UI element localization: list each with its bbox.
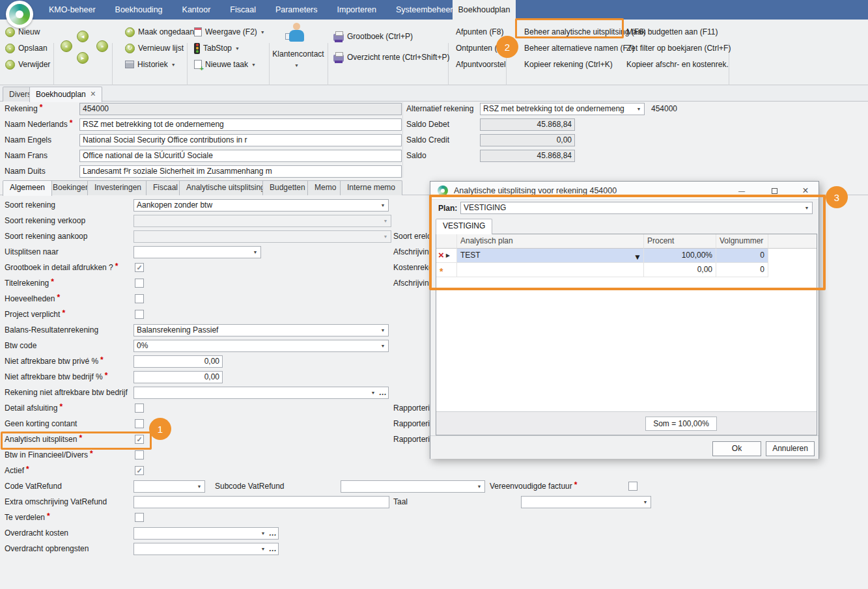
verwijder-button[interactable]: Verwijder <box>5 58 50 71</box>
ellipsis-button[interactable] <box>268 544 277 554</box>
traffic-light-icon <box>194 43 200 54</box>
hoeveelheden-checkbox[interactable] <box>135 294 144 303</box>
menu-item-importeren[interactable]: Importeren <box>328 0 386 20</box>
printer-icon <box>333 34 344 41</box>
row-indicator[interactable] <box>436 249 457 263</box>
btw-code-select[interactable]: 0% <box>133 340 389 352</box>
saldo-credit-field: 0,00 <box>480 134 575 146</box>
grid-col-procent[interactable]: Procent <box>644 234 716 249</box>
menu-item-fiscaal[interactable]: Fiscaal <box>220 0 266 20</box>
alternatief-rekening-select[interactable]: RSZ met betrekking tot de ondernemeng <box>480 103 645 115</box>
taal-select[interactable] <box>521 496 651 508</box>
actief-checkbox[interactable]: ✓ <box>135 466 144 475</box>
project-verplicht-checkbox[interactable] <box>135 310 144 319</box>
rekening-field[interactable]: 454000 <box>79 103 402 115</box>
naam-nederlands-field[interactable]: RSZ met betrekking tot de ondernemeng <box>79 118 402 131</box>
btw-financieel-checkbox[interactable] <box>135 450 144 459</box>
menu-item-kmo-beheer[interactable]: KMO-beheer <box>39 0 105 20</box>
dialog-title-bar[interactable]: Analytische uitsplitsing voor rekening 4… <box>430 182 819 200</box>
vereenvoudigde-factuur-checkbox[interactable] <box>628 482 637 491</box>
rekening-niet-aftrekbaar-select[interactable] <box>133 387 389 399</box>
btw-prive-field[interactable]: 0,00 <box>133 355 223 368</box>
afpuntvoorstel-button[interactable]: Afpuntvoorstel <box>456 58 506 71</box>
historiek-button[interactable]: Historiek <box>125 58 176 71</box>
annuleren-button[interactable]: Annuleren <box>766 441 815 456</box>
chevron-down-icon <box>634 251 641 263</box>
plan-select[interactable]: VESTIGING <box>460 202 813 214</box>
grid-col-volgnummer[interactable]: Volgnummer <box>716 234 768 249</box>
overdracht-kosten-select[interactable] <box>133 527 279 540</box>
kopieer-afschr-button[interactable]: Kopieer afschr- en kostenrek. <box>626 58 729 71</box>
btw-bedrijf-field[interactable]: 0,00 <box>133 371 223 383</box>
chevron-down-icon[interactable] <box>294 60 299 69</box>
cell-volgnummer[interactable]: 0 <box>716 249 768 263</box>
minimize-icon[interactable] <box>735 185 748 197</box>
naam-frans-field[interactable]: Office national de la SÚcuritÚ Sociale <box>79 150 402 162</box>
tab-memo[interactable]: Memo <box>307 180 343 195</box>
maak-ongedaan-button[interactable]: Maak ongedaan <box>125 25 194 38</box>
balans-resultatenrekening-select[interactable]: Balansrekening Passief <box>133 324 389 336</box>
naam-engels-field[interactable]: National Social Security Office contribu… <box>79 134 402 146</box>
tab-analytische-uitsplitsing[interactable]: Analytische uitsplitsing <box>179 180 272 195</box>
zet-filter-button[interactable]: Zet filter op boekjaren (Ctrl+F) <box>626 42 731 55</box>
grootboek-button[interactable]: Grootboek (Ctrl+P) <box>333 30 413 43</box>
cell-procent[interactable]: 0,00 <box>644 263 716 277</box>
cell-analytisch-plan[interactable] <box>457 263 644 277</box>
weergave-button[interactable]: Weergave (F2) <box>194 25 265 38</box>
menu-item-boekhoudplan-active[interactable]: Boekhoudplan <box>453 0 516 20</box>
grootboek-detail-checkbox[interactable]: ✓ <box>135 263 144 272</box>
maximize-icon[interactable] <box>768 185 781 197</box>
naam-duits-field[interactable]: Landesamt f³r soziale Sicherheit im Zusa… <box>79 165 402 178</box>
ok-button[interactable]: Ok <box>712 441 761 456</box>
detail-afsluiting-checkbox[interactable] <box>135 404 144 413</box>
menu-item-kantoor[interactable]: Kantoor <box>173 0 221 20</box>
cell-analytisch-plan[interactable]: TEST <box>457 249 644 263</box>
callout-1: 1 <box>149 418 171 440</box>
uitsplitsen-naar-select[interactable] <box>133 246 261 258</box>
nieuwe-taak-button[interactable]: Nieuwe taak <box>194 58 256 71</box>
grid-col-analytisch-plan[interactable]: Analytisch plan <box>457 234 644 249</box>
tab-budgetten[interactable]: Budgetten <box>262 180 313 195</box>
klantencontact-button[interactable] <box>287 23 306 46</box>
menu-item-boekhouding[interactable]: Boekhouding <box>105 0 173 20</box>
analytisch-uitsplitsen-checkbox[interactable]: ✓ <box>135 435 144 444</box>
maak-budgetten-button[interactable]: Maak budgetten aan (F11) <box>626 25 718 38</box>
beheer-alternatieve-namen-button[interactable]: Beheer alternatieve namen (F7) <box>524 42 634 55</box>
opslaan-button[interactable]: Opslaan <box>5 42 48 55</box>
subcode-vatrefund-select[interactable] <box>341 480 485 493</box>
save-icon <box>5 44 15 53</box>
vernieuw-lijst-button[interactable]: Vernieuw lijst <box>125 42 184 55</box>
ellipsis-button[interactable] <box>378 388 387 398</box>
next-record-button[interactable]: ► <box>77 52 89 64</box>
overzicht-rente-button[interactable]: Overzicht rente (Ctrl+Shift+P) <box>333 51 449 64</box>
menu-item-parameters[interactable]: Parameters <box>266 0 328 20</box>
analytisch-uitsplitsen-label: Analytisch uitsplitsen* <box>5 433 82 445</box>
previous-record-button[interactable]: ◄ <box>77 31 89 42</box>
code-vatrefund-select[interactable] <box>133 480 205 493</box>
close-icon[interactable] <box>799 185 812 197</box>
overdracht-opbrengsten-select[interactable] <box>133 543 279 555</box>
cell-volgnummer[interactable]: 0 <box>716 263 768 277</box>
afpunten-button[interactable]: Afpunten (F8) <box>456 25 503 38</box>
tab-vestiging[interactable]: VESTIGING <box>436 219 492 234</box>
tab-algemeen[interactable]: Algemeen <box>3 180 52 196</box>
chevron-down-icon <box>259 528 268 538</box>
close-tab-icon[interactable] <box>91 88 96 102</box>
tab-interne-memo[interactable]: Interne memo <box>340 180 402 195</box>
soort-rekening-select[interactable]: Aankopen zonder btw <box>133 199 389 212</box>
menu-bar: KMO-beheer Boekhouding Kantoor Fiscaal P… <box>0 0 868 20</box>
geen-korting-checkbox[interactable] <box>135 419 144 428</box>
titelrekening-checkbox[interactable] <box>135 279 144 288</box>
delete-row-icon[interactable] <box>438 249 444 263</box>
extra-omschrijving-field[interactable] <box>133 496 389 508</box>
cell-procent[interactable]: 100,00% <box>644 249 716 263</box>
kopieer-rekening-button[interactable]: Kopieer rekening (Ctrl+K) <box>524 58 613 71</box>
tabstop-button[interactable]: TabStop <box>194 42 240 55</box>
first-record-button[interactable]: « <box>61 40 72 52</box>
ellipsis-button[interactable] <box>268 528 277 538</box>
tab-boekhoudplan[interactable]: Boekhoudplan <box>29 87 102 102</box>
last-record-button[interactable]: » <box>96 40 108 52</box>
te-verdelen-checkbox[interactable] <box>135 513 144 522</box>
tab-investeringen[interactable]: Investeringen <box>87 180 148 195</box>
menu-item-systeembeheer[interactable]: Systeembeheer <box>386 0 463 20</box>
